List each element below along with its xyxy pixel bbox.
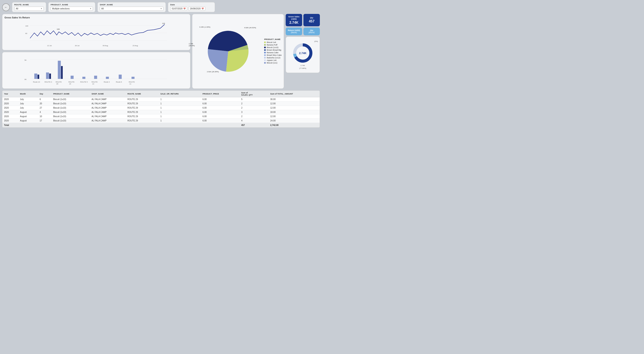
- table-cell-2-6: 1: [159, 106, 201, 110]
- date-to-value: 26/08/2020: [190, 8, 201, 10]
- table-cell-1-0: 2020: [2, 102, 18, 106]
- svg-text:15: 15: [69, 83, 71, 85]
- table-cell-2-3: Biscuit (1x10): [52, 106, 90, 110]
- donut-pct-label: (0%): [288, 40, 318, 42]
- bar-route4-light: [106, 77, 109, 79]
- pie-label-topright: 4.92K (44.52%): [244, 27, 256, 29]
- total-label: Total: [2, 123, 240, 128]
- y-axis-60: 60: [26, 33, 27, 35]
- route-filter-value: All: [16, 8, 18, 10]
- bar-route10-light: [34, 74, 38, 79]
- return-row: Return (AED) (Blank) Qty (Blank): [286, 28, 320, 36]
- pie-legend-title: PRODUCT_NAME: [264, 38, 282, 40]
- table-cell-2-7: 6.00: [201, 106, 240, 110]
- col-total-amount: Sum of TOTAL_AMOUNT: [268, 91, 320, 97]
- table-cell-3-2: 4: [38, 110, 52, 114]
- pie-label-topleft: 0.15K (1.33%): [199, 26, 210, 28]
- table-cell-0-3: Biscuit (1x10): [52, 97, 90, 102]
- donut-card: (0%) 2.74K 2.74K (77.68%): [286, 37, 320, 73]
- donut-sub1: 2.74K: [301, 65, 305, 67]
- return-qty-value: (Blank): [308, 32, 315, 34]
- date-to-input[interactable]: 26/08/2020 📅: [188, 7, 205, 11]
- table-cell-1-2: 20: [38, 102, 52, 106]
- shop-filter-value: All: [101, 8, 104, 10]
- gross-qty-label: Qty: [310, 17, 313, 19]
- col-route: ROUTE_NAME: [126, 91, 159, 97]
- bar-x-route15: ROUTE: [68, 81, 74, 83]
- route-filter-select[interactable]: All ▼: [14, 7, 44, 11]
- line-chart-svg: 100 60 108 126 12 Jul 26 Jul: [4, 20, 188, 48]
- date-inputs: 01/07/2020 📅 26/08/2020 📅: [170, 7, 212, 11]
- shop-filter-select[interactable]: All ▼: [100, 7, 164, 11]
- table-cell-5-7: 6.00: [201, 119, 240, 123]
- bar-chart-svg: 5K 0K: [4, 54, 188, 86]
- table-cell-3-6: 1: [159, 110, 201, 114]
- bar-route5-light: [82, 77, 86, 79]
- col-month: Month: [18, 91, 38, 97]
- x-label-09aug: 09 Aug: [103, 45, 108, 47]
- back-button[interactable]: ←: [2, 4, 10, 11]
- bar-route10-dark: [38, 75, 39, 79]
- table-cell-4-0: 2020: [2, 114, 18, 119]
- bar-route11-light: [132, 77, 134, 79]
- col-day: Day: [38, 91, 52, 97]
- date-filter-label: Date: [170, 4, 212, 6]
- table-cell-1-7: 6.00: [201, 102, 240, 106]
- total-qty: 457: [240, 123, 268, 128]
- total-amount: 2,742.00: [268, 123, 320, 128]
- table-cell-4-6: 1: [159, 114, 201, 119]
- col-sale-return: SALE_OR_RETURN: [159, 91, 201, 97]
- bar-chart-card: 5K 0K: [2, 52, 190, 89]
- col-product: PRODUCT_NAME: [52, 91, 90, 97]
- table-cell-2-9: 12.00: [268, 106, 320, 110]
- legend-biscuit1x1: Biscuit (1x1): [264, 62, 282, 64]
- table-cell-5-1: August: [18, 119, 38, 123]
- date-filter-card: Date 01/07/2020 📅 26/08/2020 📅: [168, 2, 215, 12]
- pie-legend: PRODUCT_NAME Biscuit 1x6 Banana Puff Bis…: [264, 38, 282, 64]
- bar-x-route13: ROUTE: [92, 81, 98, 83]
- shop-chevron-icon: ▼: [160, 8, 162, 10]
- legend-dot-badusha: [264, 57, 266, 59]
- table-footer-row: Total 457 2,742.00: [2, 123, 320, 128]
- bar-x-route6: Route 6: [116, 81, 122, 83]
- col-sales-qty: Sum ofSALES_QTY: [240, 91, 268, 97]
- table-row: 2020August17Biscuit (1x10)AL FALA CAMPRO…: [2, 119, 320, 123]
- product-filter-label: PRODUCT_NAME: [51, 4, 93, 6]
- legend-dot-biscuit1x10: [264, 47, 266, 48]
- return-label: Return (AED): [288, 29, 300, 32]
- legend-appam: Appam 1x6: [264, 59, 282, 61]
- table-cell-1-3: Biscuit (1x10): [52, 102, 90, 106]
- table-cell-2-4: AL FALA CAMP: [90, 106, 126, 110]
- table-cell-1-6: 1: [159, 102, 201, 106]
- bar-x-route11: ROUTE: [129, 81, 135, 83]
- table-cell-1-8: 2: [240, 102, 268, 106]
- legend-bananacake: Banana Cake: [264, 52, 282, 54]
- table-cell-2-1: July: [18, 106, 38, 110]
- bar-y-0k: 0K: [24, 79, 27, 80]
- table-cell-3-4: AL FALA CAMP: [90, 110, 126, 114]
- main-content: Gross Sales Vs Return 100 60 108: [2, 14, 320, 89]
- gross-sales-row: Gross Sales (AED) 2.74K Qty 457: [286, 14, 320, 26]
- product-filter-select[interactable]: Multiple selections ▼: [51, 7, 93, 11]
- x-label-26jul: 26 Jul: [75, 45, 80, 47]
- table-row: 2020July27Biscuit (1x10)AL FALA CAMPROUT…: [2, 106, 320, 110]
- legend-dot-breadslice: [264, 54, 266, 56]
- table-cell-3-5: ROUTE 29: [126, 110, 159, 114]
- pie-label-leftmid: 2.74K(24.8%): [189, 43, 195, 47]
- product-chevron-icon: ▼: [90, 8, 92, 10]
- bar-route13-light: [94, 76, 97, 79]
- table-cell-5-3: Biscuit (1x10): [52, 119, 90, 123]
- gross-sales-label: Gross Sales (AED): [288, 16, 300, 20]
- product-filter-card: PRODUCT_NAME Multiple selections ▼: [48, 2, 95, 12]
- table-cell-4-5: ROUTE 29: [126, 114, 159, 119]
- bar-x-route4: Route 4: [104, 81, 110, 83]
- legend-biscuit1x6: Biscuit 1x6: [264, 41, 282, 43]
- table-cell-4-1: August: [18, 114, 38, 119]
- data-table-card: Year Month Day PRODUCT_NAME SHOP_NAME RO…: [2, 90, 320, 128]
- table-cell-5-2: 17: [38, 119, 52, 123]
- table-cell-4-9: 12.00: [268, 114, 320, 119]
- bar-route3-light: [46, 73, 49, 79]
- date-from-input[interactable]: 01/07/2020 📅: [170, 7, 187, 11]
- svg-text:29: 29: [56, 83, 58, 85]
- legend-dot-brownbread: [264, 49, 266, 51]
